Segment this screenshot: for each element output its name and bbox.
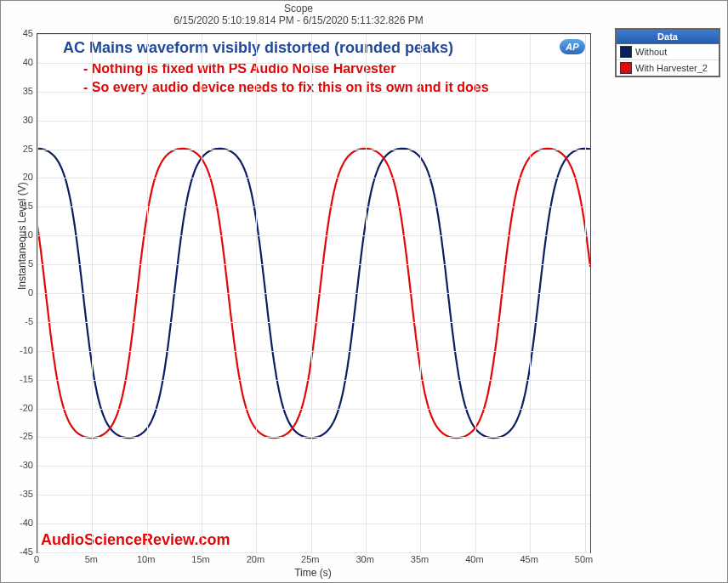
gridline-h — [37, 293, 590, 294]
y-tick: 10 — [4, 229, 33, 240]
x-tick: 15m — [191, 554, 209, 564]
y-tick: -15 — [4, 374, 33, 384]
x-tick: 10m — [137, 554, 155, 564]
y-tick: 35 — [4, 86, 33, 96]
y-tick: 30 — [4, 115, 33, 125]
y-tick: 0 — [4, 287, 33, 297]
gridline-v — [202, 34, 202, 552]
y-tick: 15 — [4, 201, 33, 211]
y-tick: 45 — [4, 28, 33, 38]
legend-title: Data — [617, 30, 719, 44]
x-tick: 25m — [301, 554, 319, 564]
x-tick: 20m — [247, 554, 264, 564]
chart-subtitle: 6/15/2020 5:10:19.814 PM - 6/15/2020 5:1… — [1, 14, 596, 26]
x-axis-label: Time (s) — [37, 567, 589, 579]
legend-row: Without — [617, 44, 719, 60]
gridline-v — [585, 34, 586, 552]
gridline-v — [420, 34, 421, 552]
x-tick: 5m — [85, 554, 98, 564]
x-tick: 40m — [465, 554, 483, 564]
gridline-h — [37, 437, 590, 438]
gridline-h — [37, 322, 590, 323]
gridline-v — [147, 34, 148, 552]
legend-swatch — [620, 62, 632, 74]
gridline-h — [37, 121, 590, 122]
chart-title: Scope — [1, 3, 596, 14]
y-tick: -30 — [4, 460, 33, 470]
x-tick: 50m — [575, 554, 593, 564]
gridline-h — [37, 351, 590, 352]
legend-label: With Harvester_2 — [635, 63, 708, 73]
y-tick: -35 — [4, 489, 33, 499]
y-tick: 5 — [4, 258, 33, 269]
gridline-v — [530, 34, 531, 552]
gridline-h — [37, 264, 590, 265]
gridline-h — [37, 34, 590, 35]
legend-swatch — [620, 46, 632, 58]
gridline-h — [37, 63, 590, 64]
gridline-h — [37, 466, 590, 467]
gridline-h — [37, 409, 590, 410]
gridline-h — [37, 207, 590, 207]
gridline-h — [37, 380, 590, 381]
gridline-v — [37, 34, 38, 552]
y-tick: -20 — [4, 403, 33, 413]
legend-label: Without — [635, 47, 667, 57]
gridline-h — [37, 178, 590, 178]
legend: Data WithoutWith Harvester_2 — [615, 28, 720, 77]
gridline-h — [37, 235, 590, 236]
plot-area: AP AC Mains waveform visibly distorted (… — [37, 33, 591, 553]
annotation-line-2: - So every audio device needs to fix thi… — [83, 80, 489, 95]
gridline-v — [475, 34, 476, 552]
y-tick: 20 — [4, 172, 33, 182]
x-tick: 45m — [520, 554, 538, 564]
gridline-h — [37, 495, 590, 495]
x-tick: 0 — [34, 554, 39, 564]
y-tick: -40 — [4, 518, 33, 528]
gridline-h — [37, 552, 590, 553]
gridline-h — [37, 92, 590, 93]
y-tick: -10 — [4, 345, 33, 355]
y-tick: -5 — [4, 316, 33, 326]
annotation-headline: AC Mains waveform visibly distorted (rou… — [63, 39, 453, 57]
gridline-v — [311, 34, 312, 552]
gridline-h — [37, 524, 590, 524]
y-tick: 25 — [4, 144, 33, 154]
x-tick: 35m — [411, 554, 429, 564]
gridline-v — [92, 34, 93, 552]
gridline-h — [37, 150, 590, 150]
y-tick: 40 — [4, 57, 33, 67]
y-tick: -25 — [4, 431, 33, 441]
chart-frame: Scope 6/15/2020 5:10:19.814 PM - 6/15/20… — [0, 0, 728, 583]
gridline-v — [256, 34, 257, 552]
y-tick: -45 — [4, 546, 33, 557]
legend-row: With Harvester_2 — [617, 60, 719, 76]
gridline-v — [366, 34, 367, 552]
x-tick: 30m — [355, 554, 373, 564]
